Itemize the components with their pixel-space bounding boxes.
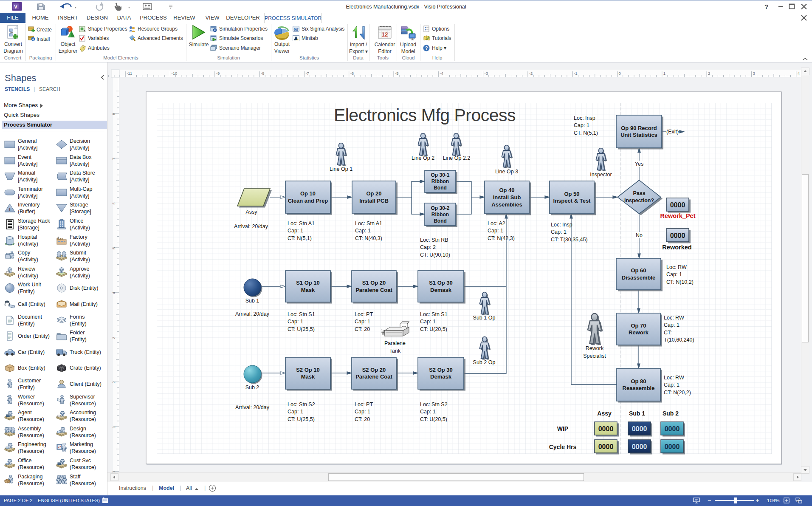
svg-text:1: 1 [663,71,665,76]
svg-text:I: I [9,207,10,212]
svg-text:Line Op 2.2: Line Op 2.2 [443,155,471,161]
svg-text:Reworked: Reworked [662,244,691,251]
svg-text:Loc: Stn A1: Loc: Stn A1 [355,220,382,226]
svg-text:12: 12 [381,31,388,38]
svg-text:0000: 0000 [598,443,614,450]
svg-text:Sub 2: Sub 2 [245,384,259,390]
svg-text:Cap: 1: Cap: 1 [420,409,436,415]
svg-text:Sub 1 Op: Sub 1 Op [473,315,496,321]
svg-text:-4: -4 [440,71,443,76]
svg-text:Loc: Stn S1: Loc: Stn S1 [288,311,315,317]
svg-text:-7: -7 [305,71,309,76]
svg-text:CT: 20: CT: 20 [355,416,370,422]
svg-text:Loc: Stn A1: Loc: Stn A1 [288,220,315,226]
svg-text:Cap: 1: Cap: 1 [288,319,303,325]
svg-text:Loc: Stn S1: Loc: Stn S1 [420,311,448,317]
svg-text:Loc: RW: Loc: RW [664,315,684,321]
svg-text:Line Op 1: Line Op 1 [330,166,352,172]
svg-text:Paralene Coat: Paralene Coat [355,373,392,380]
svg-text:Op 10: Op 10 [300,190,316,197]
svg-text:Specialist: Specialist [583,353,606,359]
svg-text:3: 3 [111,336,116,339]
svg-text:-8: -8 [261,71,264,76]
svg-text:Op 30-2: Op 30-2 [431,205,449,211]
svg-text:CT: N(40,3): CT: N(40,3) [355,235,382,241]
svg-text:Op 50: Op 50 [564,191,579,197]
svg-text:Sub 1: Sub 1 [245,298,259,304]
svg-text:?: ? [425,45,428,51]
svg-text:7: 7 [111,158,116,160]
svg-text:Cap: 1: Cap: 1 [355,228,371,234]
svg-text:Loc: Stn RB: Loc: Stn RB [420,237,448,243]
svg-text:-2: -2 [529,71,533,76]
svg-text:Cap: 1: Cap: 1 [664,322,679,328]
svg-text:Op 60: Op 60 [631,267,646,274]
svg-text:-6: -6 [350,71,354,76]
svg-text:Reassemble: Reassemble [623,385,655,391]
svg-text:Cap: 1: Cap: 1 [664,382,679,388]
svg-text:Inspection?: Inspection? [624,198,654,204]
svg-text:Cap: 1: Cap: 1 [355,319,370,325]
svg-text:S1 Op 10: S1 Op 10 [296,280,320,286]
svg-text:-10: -10 [172,71,178,76]
svg-text:Assy: Assy [597,410,612,417]
svg-text:0000: 0000 [632,443,647,450]
svg-text:Op 80: Op 80 [631,378,646,384]
svg-text:6σ: 6σ [293,27,298,31]
svg-text:0000: 0000 [665,443,680,450]
svg-text:Mask: Mask [301,373,315,380]
svg-text:Demask: Demask [430,287,452,293]
svg-text:Op 70: Op 70 [631,322,646,329]
svg-text:V: V [14,4,17,10]
svg-text:Cap: 1: Cap: 1 [574,122,589,128]
svg-text:Inspector: Inspector [590,172,612,178]
svg-text:Loc: RW: Loc: RW [666,264,687,270]
svg-text:Cap: 1: Cap: 1 [288,409,303,415]
svg-text:CT: N(42,3): CT: N(42,3) [488,235,515,241]
svg-text:Electronics Mfg Process: Electronics Mfg Process [334,105,516,125]
svg-text:-9: -9 [216,71,220,76]
svg-text:Ribbon: Ribbon [431,212,449,218]
svg-text:Sub 1: Sub 1 [629,410,645,417]
svg-text:Op 20: Op 20 [366,190,381,197]
svg-text:(Exit): (Exit) [666,129,679,135]
svg-text:Op 30-1: Op 30-1 [431,172,449,178]
svg-text:2: 2 [708,71,710,76]
svg-text:Cap: 1: Cap: 1 [355,409,370,415]
svg-text:Cycle Hrs: Cycle Hrs [549,444,577,450]
svg-text:Loc: RW: Loc: RW [664,375,684,381]
svg-text:CT: N(10,2): CT: N(10,2) [666,279,694,285]
svg-text:Loc: PT: Loc: PT [355,401,373,407]
svg-text:8: 8 [111,113,116,115]
svg-text:0000: 0000 [670,201,685,209]
svg-text:4: 4 [798,71,800,76]
svg-text:0000: 0000 [670,232,685,239]
svg-text:Cap: 1: Cap: 1 [551,229,567,235]
svg-text:S1 Op 30: S1 Op 30 [429,280,453,286]
svg-text:Paralene: Paralene [384,340,406,346]
svg-text:-11: -11 [127,71,132,76]
svg-text:CT: N(5,1): CT: N(5,1) [574,130,598,136]
svg-text:Loc: Stn S2: Loc: Stn S2 [288,401,315,407]
svg-text:0000: 0000 [665,425,680,433]
svg-text:CT: U(20,5): CT: U(20,5) [420,416,447,422]
svg-text:WIP: WIP [557,425,568,432]
svg-text:Line Op 2: Line Op 2 [412,155,434,161]
svg-text:Inspect & Test: Inspect & Test [553,198,591,204]
svg-text:CT: N(5,1): CT: N(5,1) [288,235,312,241]
svg-text:Assy: Assy [245,209,257,215]
svg-text:CT: 20: CT: 20 [355,326,370,332]
svg-text:Install Sub: Install Sub [493,194,521,201]
svg-text:S2 Op 30: S2 Op 30 [429,367,453,373]
svg-text:Loc: Stn S2: Loc: Stn S2 [420,401,448,407]
svg-text:Cap: 1: Cap: 1 [666,271,682,277]
svg-text:Sub 2: Sub 2 [663,410,679,417]
svg-text:Pass: Pass [633,190,645,196]
svg-text:No: No [636,232,643,238]
svg-text:Clean and Prep: Clean and Prep [288,198,328,204]
svg-text:Cap: 1: Cap: 1 [420,319,436,325]
svg-text:Cap: 1: Cap: 1 [288,228,303,234]
svg-text:CT: U(25,5): CT: U(25,5) [288,326,315,332]
svg-text:Install PCB: Install PCB [359,198,389,204]
svg-text:0000: 0000 [632,425,647,433]
